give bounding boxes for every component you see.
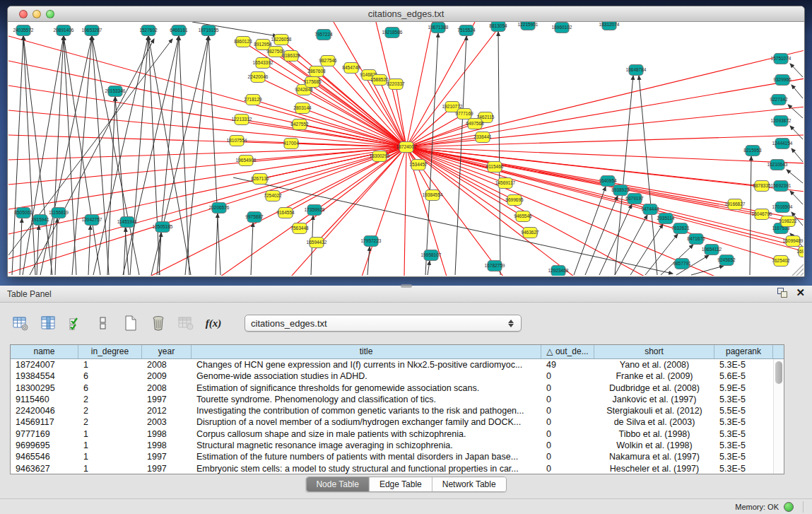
graph-node[interactable]: 7515524 [457, 25, 476, 36]
graph-node[interactable]: 12042757 [82, 215, 102, 226]
graph-node[interactable]: 18226058 [271, 35, 292, 45]
show-columns-icon[interactable] [39, 314, 57, 332]
graph-node[interactable]: 6466161 [170, 25, 188, 36]
table-row[interactable]: 1456911722003Disruption of a novel membe… [11, 416, 784, 428]
scrollbar-thumb[interactable] [775, 361, 782, 384]
column-header-name[interactable]: name [11, 345, 78, 358]
select-columns-icon[interactable] [66, 314, 85, 332]
table-row[interactable]: 1938455462009Genome-wide association stu… [11, 370, 784, 382]
column-header-year[interactable]: year [142, 345, 192, 358]
graph-node[interactable]: 9245652 [717, 255, 736, 266]
create-table-icon[interactable] [122, 314, 140, 332]
memory-ok-indicator[interactable] [784, 502, 794, 512]
graph-node[interactable]: 12505185 [153, 222, 173, 233]
graph-node[interactable]: 9827546 [319, 56, 337, 66]
delete-table-icon[interactable] [149, 314, 167, 332]
table-header-row[interactable]: namein_degreeyeartitle△ out_de...shortpa… [11, 345, 784, 359]
graph-node[interactable]: 20153346 [105, 86, 126, 97]
graph-node[interactable]: 19218586 [382, 28, 403, 38]
graph-node[interactable]: 9777169 [455, 109, 473, 119]
column-header-pagerank[interactable]: pagerank [714, 345, 773, 358]
graph-node[interactable]: 10653287 [82, 25, 102, 36]
zoom-window-icon[interactable] [46, 10, 54, 18]
tab-node-table[interactable]: Node Table [306, 477, 370, 491]
graph-node[interactable]: 8938923 [611, 185, 630, 196]
graph-node[interactable]: 17016504 [772, 202, 793, 213]
graph-node[interactable]: 9699695 [505, 195, 524, 206]
graph-node[interactable]: 24035572 [13, 25, 34, 36]
graph-node[interactable]: 9227342 [770, 95, 788, 105]
graph-node[interactable]: 12093872 [771, 116, 792, 127]
graph-node[interactable]: 417004 [283, 139, 299, 149]
table-settings-icon[interactable] [11, 314, 30, 332]
graph-node[interactable]: 16782759 [485, 261, 505, 271]
graph-node[interactable]: 11156819 [49, 208, 69, 218]
graph-node[interactable]: 12215901 [518, 22, 539, 30]
citation-network-graph[interactable]: 2403557220891406106532871527602646616110… [8, 22, 804, 276]
table-row[interactable]: 2242004622012Investigating the contribut… [11, 405, 784, 416]
graph-node[interactable]: 8186328 [282, 51, 300, 62]
graph-node[interactable]: 9329966 [773, 75, 792, 86]
graph-node[interactable]: 1527602 [139, 25, 158, 36]
graph-node[interactable]: 9463627 [521, 228, 539, 238]
table-row[interactable]: 969969511998Structural magnetic resonanc… [11, 440, 784, 451]
graph-node[interactable]: 19166827 [725, 199, 746, 210]
graph-node[interactable]: 1640954 [599, 176, 617, 187]
graph-node[interactable]: 7254022 [264, 191, 282, 201]
panel-drag-grip[interactable] [401, 284, 412, 288]
graph-node[interactable]: 2336441 [473, 132, 492, 143]
graph-node[interactable]: 2867608 [307, 66, 326, 77]
graph-node[interactable]: 10719155 [199, 25, 219, 36]
minimize-window-icon[interactable] [33, 10, 41, 18]
resize-grip[interactable] [792, 263, 804, 276]
rows-icon[interactable] [94, 314, 112, 332]
table-row[interactable]: 946554611997Estimation of the future num… [11, 451, 784, 462]
graph-node[interactable]: 1588520 [370, 75, 389, 86]
graph-node[interactable]: 8813054 [489, 22, 507, 32]
graph-node[interactable]: 10654112 [702, 245, 722, 255]
graph-node[interactable]: 2803144 [293, 103, 312, 114]
graph-node[interactable]: 7957224 [314, 30, 333, 40]
column-header-out_de[interactable]: △ out_de... [541, 345, 594, 358]
graph-node[interactable]: 20891406 [54, 25, 74, 36]
table-selector-dropdown[interactable]: citations_edges.txt [245, 315, 522, 332]
graph-node[interactable]: 1534457 [409, 160, 428, 170]
graph-node[interactable]: 8454749 [342, 63, 360, 74]
network-window-titlebar[interactable]: citations_edges.txt [8, 6, 804, 22]
graph-node[interactable]: 7625402 [772, 256, 790, 267]
graph-node[interactable]: 8505061 [14, 208, 33, 218]
graph-node[interactable]: 8860123 [234, 37, 252, 47]
graph-node[interactable]: 8878335 [753, 181, 771, 192]
table-row[interactable]: 946362711997Embryonic stem cells: a mode… [11, 463, 784, 474]
graph-node[interactable]: 16210643 [767, 160, 788, 170]
graph-node[interactable]: 2935114 [657, 214, 675, 224]
close-panel-icon[interactable]: ✕ [796, 288, 805, 298]
graph-node[interactable]: 16960102 [552, 23, 572, 33]
graph-node[interactable]: 16594432 [307, 238, 327, 248]
graph-node[interactable]: 8471676 [687, 234, 705, 245]
graph-node[interactable]: 9474444 [641, 204, 659, 215]
graph-node[interactable]: 1691443 [796, 247, 804, 257]
graph-node[interactable]: 19671388 [428, 23, 449, 33]
import-table-icon[interactable] [177, 314, 195, 332]
column-header-in_degree[interactable]: in_degree [78, 345, 142, 358]
column-header-short[interactable]: short [594, 345, 714, 358]
graph-node[interactable]: 16099489 [783, 236, 804, 247]
graph-node[interactable]: 3175685 [303, 77, 322, 88]
table-vertical-scrollbar[interactable] [773, 359, 784, 474]
graph-node[interactable]: 18312074 [599, 22, 620, 30]
table-row[interactable]: 977716911998Corpus callosum shape and si… [11, 428, 784, 440]
tab-network-table[interactable]: Network Table [433, 477, 506, 491]
graph-node[interactable]: 8215953 [743, 146, 762, 156]
graph-node[interactable]: 6497568 [466, 119, 484, 129]
table-row[interactable]: 1830029562008Estimation of significance … [11, 382, 784, 394]
graph-node[interactable]: 7563448 [290, 223, 309, 234]
graph-node[interactable]: 2718129 [244, 95, 262, 105]
graph-node[interactable]: 3915941 [31, 215, 49, 226]
graph-node[interactable]: 8220337 [387, 79, 405, 90]
graph-node[interactable]: 18107554 [227, 136, 247, 146]
network-window[interactable]: citations_edges.txt 24035572208914061065… [7, 6, 805, 277]
table-body[interactable]: 1872400712008Changes of HCN gene express… [11, 359, 784, 474]
graph-node[interactable]: 12213312 [232, 115, 252, 125]
graph-node[interactable]: 9975887 [245, 212, 264, 223]
